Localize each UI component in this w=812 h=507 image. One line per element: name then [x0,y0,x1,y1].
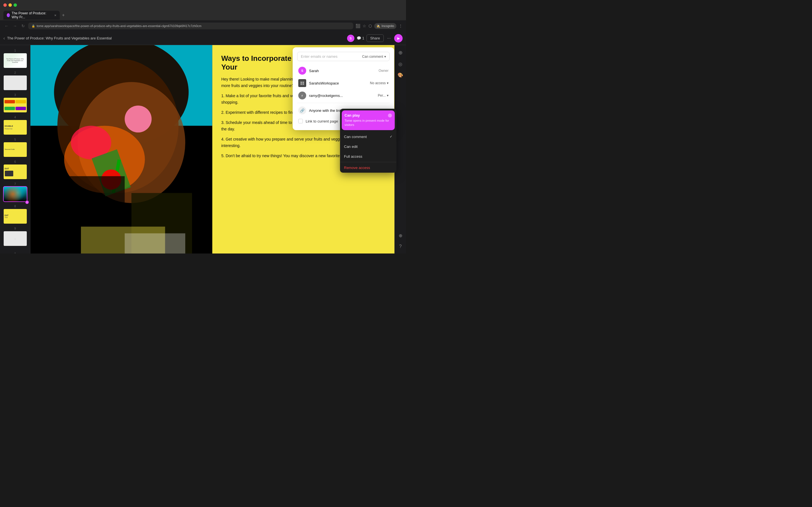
close-button[interactable] [3,3,7,7]
can-edit-option[interactable]: Can edit [340,142,396,152]
slide-artwork [31,45,212,253]
can-comment-label: Can comment [344,135,367,139]
app-header: ‹ The Power of Produce: Why Fruits and V… [0,32,406,45]
incognito-label: Incognito [382,24,394,27]
sidebar-item-8[interactable]: 8 EAT YOU [0,203,30,225]
svg-point-7 [124,106,152,133]
doc-back-button[interactable]: ‹ [3,36,5,41]
chevron-down-icon: ▾ [384,55,386,59]
remove-access-option[interactable]: Remove access [340,163,396,173]
help-icon[interactable]: ? [398,243,403,250]
slide-thumbnail-8: EAT YOU [4,209,27,224]
svg-rect-14 [124,233,185,253]
maximize-button[interactable] [13,3,17,7]
ramy-permission-dropdown[interactable]: Per... ▾ [378,94,389,98]
sidebar-item-6[interactable]: 6 EAT [0,159,30,181]
share-row-sarah: S Sarah Owner [297,64,390,77]
add-page-button[interactable]: + [0,249,30,253]
sidebar-item-9[interactable]: 9 ... [0,225,30,247]
share-input-row[interactable]: Can comment ▾ [297,52,390,61]
address-actions: ⬛ ☆ ⬡ 🕵 Incognito ⋮ [356,23,403,29]
ramy-perm-arrow: ▾ [387,94,389,98]
workspace-icon [298,79,306,87]
forward-nav-button[interactable]: → [12,22,18,29]
add-bottom-icon[interactable]: ⊕ [398,232,403,239]
can-comment-option[interactable]: Can comment ✓ [340,132,396,142]
svg-rect-16 [301,82,302,83]
workspace-info: SarahsWorkspace [309,81,367,86]
workspace-permission-dropdown[interactable]: No access ▾ [370,81,389,85]
sidebar-item-3[interactable]: 3 [0,92,30,114]
add-toolbar-icon[interactable]: ⊕ [397,48,404,57]
target-icon[interactable]: ◎ [397,60,403,68]
full-access-option[interactable]: Full access [340,152,396,161]
sidebar-item-2[interactable]: 2 [0,69,30,92]
cast-icon[interactable]: ⬛ [356,24,360,28]
can-play-label: Can play [345,113,360,117]
share-row-workspace: SarahsWorkspace No access ▾ [297,77,390,89]
can-play-description: Tome opens in present mode for visitors [345,119,392,127]
slide-thumbnail-1: The Power of Produce: Why Fruits and Veg… [4,53,27,68]
ramy-email: ramy@rocketgems... [309,94,375,98]
ramy-permission-label: Per... [378,94,386,98]
tab-favicon [7,13,10,17]
sidebar-item-7[interactable]: 7 S [0,181,30,203]
checkmark-icon: ✓ [390,135,393,138]
comment-count: 1 [362,36,364,40]
comment-button[interactable]: 💬 1 [357,36,364,40]
can-play-option[interactable]: Can play Tome opens in present mode for … [342,110,395,130]
page-number-1: 1 [14,49,16,52]
default-permission-dropdown[interactable]: Can comment ▾ [362,55,386,59]
incognito-icon: 🕵 [376,24,380,28]
active-tab[interactable]: The Power of Produce: Why Fr... ✕ [3,11,60,20]
share-button[interactable]: Share [366,34,384,42]
tab-close-button[interactable]: ✕ [54,14,56,17]
svg-rect-19 [303,83,304,85]
slide-thumbnail-5: Seasonal Guide [4,142,27,157]
page-number-2: 2 [14,71,16,74]
new-tab-button[interactable]: + [62,13,64,18]
main-layout: 1 The Power of Produce: Why Fruits and V… [0,45,406,253]
full-access-label: Full access [344,154,362,159]
sarah-avatar: S [298,67,306,75]
palette-icon[interactable]: 🎨 [396,71,404,79]
url-text: tome.app/sarahsworkspace/the-power-of-pr… [37,24,202,27]
url-field[interactable]: 🔒 tome.app/sarahsworkspace/the-power-of-… [28,22,353,29]
page-number-9: 9 [14,227,16,230]
page-number-7: 7 [14,182,16,186]
default-permission-label: Can comment [362,55,383,59]
remove-access-label: Remove access [344,166,370,170]
reload-button[interactable]: ↻ [20,22,26,29]
workspace-permission-label: No access [370,81,386,85]
sidebar-item-1[interactable]: 1 The Power of Produce: Why Fruits and V… [0,47,30,69]
sarah-role: Owner [378,69,389,73]
page-number-3: 3 [14,94,16,97]
permission-dropdown-menu: Can play Tome opens in present mode for … [340,109,396,173]
lock-icon: 🔒 [32,24,35,27]
share-row-ramy: r ramy@rocketgems... Per... ▾ [297,89,390,102]
bookmark-icon[interactable]: ☆ [363,24,366,28]
slide-thumbnail-3 [4,98,27,112]
current-page-checkbox[interactable] [298,119,303,123]
sidebar-item-5[interactable]: 5 Seasonal Guide [0,136,30,159]
more-options-button[interactable]: ··· [386,35,392,42]
minimize-button[interactable] [8,3,12,7]
extensions-icon[interactable]: ⬡ [368,24,372,28]
slide-image-panel [31,45,212,253]
can-edit-label: Can edit [344,145,357,149]
page-number-6: 6 [14,160,16,163]
email-input[interactable] [301,54,362,59]
address-bar: ← → ↻ 🔒 tome.app/sarahsworkspace/the-pow… [0,20,406,32]
current-page-label: Link to current page [306,119,338,123]
incognito-badge: 🕵 Incognito [374,23,396,29]
workspace-name: SarahsWorkspace [309,81,367,86]
menu-icon[interactable]: ⋮ [399,24,403,28]
sidebar-item-4[interactable]: 4 DOABLE Produce tips [0,114,30,136]
sarah-info: Sarah [309,69,376,73]
dropdown-divider [340,162,396,162]
ramy-info: ramy@rocketgems... [309,94,375,98]
play-button[interactable]: ▶ [394,34,403,43]
traffic-lights [3,3,17,7]
doc-title: The Power of Produce: Why Fruits and Veg… [7,36,112,40]
back-nav-button[interactable]: ← [3,22,10,29]
